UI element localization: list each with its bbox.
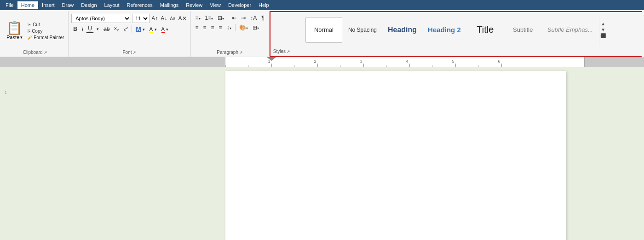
align-right-button[interactable]: ≡ xyxy=(209,23,216,32)
ruler-left-margin xyxy=(0,57,225,67)
styles-label: Styles ↗ xyxy=(273,49,639,55)
clear-formatting-button[interactable]: A✕ xyxy=(178,15,188,22)
styles-group: Normal No Spacing Heading Heading 2 Titl… xyxy=(270,11,642,57)
menu-layout[interactable]: Layout xyxy=(101,1,123,9)
style-subtle-emphasis[interactable]: Subtle Emphas... xyxy=(542,17,598,43)
svg-text:3: 3 xyxy=(360,59,362,64)
font-case-button[interactable]: Aa xyxy=(169,16,176,21)
font-color-button[interactable]: A ▾ xyxy=(160,25,171,33)
underline-button[interactable]: U xyxy=(86,24,94,33)
style-no-spacing[interactable]: No Spacing xyxy=(343,17,382,43)
decrease-indent-button[interactable]: ⇤ xyxy=(230,14,238,22)
menu-draw[interactable]: Draw xyxy=(58,1,78,9)
style-heading2-preview: Heading 2 xyxy=(428,26,461,34)
menu-home[interactable]: Home xyxy=(17,1,38,9)
highlight-icon: A xyxy=(136,27,141,32)
justify-button[interactable]: ≡ xyxy=(217,23,224,32)
superscript-button[interactable]: x2 xyxy=(121,25,130,33)
highlight-color-dropdown-icon[interactable]: ▾ xyxy=(155,27,157,32)
highlight-color-icon: A xyxy=(150,26,153,33)
align-center-button[interactable]: ≡ xyxy=(201,23,208,32)
menu-developer[interactable]: Developer xyxy=(224,1,255,9)
left-margin: 1 xyxy=(0,67,225,240)
strikethrough-button[interactable]: ab xyxy=(102,25,111,33)
document-page[interactable] xyxy=(225,71,566,240)
format-painter-label: Format Painter xyxy=(34,35,64,40)
paste-dropdown-icon[interactable]: ▾ xyxy=(20,35,23,40)
style-title-preview: Title xyxy=(477,24,494,35)
styles-up-icon: ▲ xyxy=(601,21,605,26)
font-expand-icon[interactable]: ↗ xyxy=(132,50,136,55)
increase-indent-button[interactable]: ⇥ xyxy=(239,14,247,22)
shading-button[interactable]: 🎨▾ xyxy=(237,23,250,32)
paste-icon: 📋 xyxy=(6,22,23,35)
line-spacing-button[interactable]: ↕▾ xyxy=(225,23,233,32)
clipboard-small-buttons: ✂ Cut ⎘ Copy 🖌 Format Painter xyxy=(26,22,65,41)
menu-view[interactable]: View xyxy=(206,1,224,9)
copy-button[interactable]: ⎘ Copy xyxy=(26,28,65,34)
menu-bar: File Home Insert Draw Design Layout Refe… xyxy=(0,0,644,10)
style-normal[interactable]: Normal xyxy=(305,17,342,43)
show-formatting-button[interactable]: ¶ xyxy=(259,14,266,22)
menu-insert[interactable]: Insert xyxy=(38,1,58,9)
dropdown-underline-button[interactable]: ▾ xyxy=(95,26,101,32)
menu-mailings[interactable]: Mailings xyxy=(156,1,182,9)
style-title[interactable]: Title xyxy=(467,17,504,43)
style-subtitle-preview: Subtitle xyxy=(513,26,533,33)
ruler-ticks: 1 2 3 4 5 6 xyxy=(225,57,584,67)
highlight-dropdown-icon[interactable]: ▾ xyxy=(143,27,145,32)
numbering-button[interactable]: 1≡▾ xyxy=(203,14,215,22)
style-heading1[interactable]: Heading xyxy=(383,17,422,43)
svg-text:6: 6 xyxy=(498,59,500,64)
styles-content: Normal No Spacing Heading Heading 2 Titl… xyxy=(304,13,609,47)
font-group: Aptos (Body) 11 A↑ A↓ Aa A✕ B I U ▾ ab x… xyxy=(69,11,190,57)
cut-icon: ✂ xyxy=(28,22,31,27)
text-highlight-button[interactable]: A ▾ xyxy=(134,25,147,33)
sort-button[interactable]: ↕A xyxy=(248,14,259,22)
font-row-2: B I U ▾ ab x2 x2 A ▾ A ▾ A ▾ xyxy=(71,24,187,33)
italic-button[interactable]: I xyxy=(80,25,85,33)
clipboard-group: 📋 Paste ▾ ✂ Cut ⎘ Copy 🖌 Format Pa xyxy=(2,11,69,57)
copy-icon: ⎘ xyxy=(28,29,30,34)
style-heading2[interactable]: Heading 2 xyxy=(423,17,466,43)
cut-button[interactable]: ✂ Cut xyxy=(26,22,65,28)
subscript-button[interactable]: x2 xyxy=(112,24,121,33)
align-left-button[interactable]: ≡ xyxy=(194,23,201,32)
font-size-decrease-button[interactable]: A↓ xyxy=(160,15,168,22)
svg-text:1: 1 xyxy=(268,59,270,64)
styles-scroll-up[interactable]: ▲ ▼ ⬛ xyxy=(599,14,607,46)
copy-label: Copy xyxy=(32,29,42,34)
menu-help[interactable]: Help xyxy=(255,1,273,9)
format-painter-icon: 🖌 xyxy=(28,35,32,40)
font-size-select[interactable]: 11 xyxy=(132,14,150,23)
text-cursor xyxy=(244,80,244,87)
menu-design[interactable]: Design xyxy=(77,1,100,9)
menu-file[interactable]: File xyxy=(2,1,17,9)
ruler: 1 2 3 4 5 6 xyxy=(0,57,644,67)
styles-expand-icon: ⬛ xyxy=(600,33,606,38)
font-family-select[interactable]: Aptos (Body) xyxy=(71,14,131,23)
svg-text:4: 4 xyxy=(406,59,408,64)
ribbon: 📋 Paste ▾ ✂ Cut ⎘ Copy 🖌 Format Pa xyxy=(0,10,644,57)
style-subtitle[interactable]: Subtitle xyxy=(505,17,541,43)
text-highlight-color-button[interactable]: A ▾ xyxy=(148,25,159,33)
style-no-spacing-preview: No Spacing xyxy=(348,27,377,33)
clipboard-expand-icon[interactable]: ↗ xyxy=(44,50,47,55)
borders-button[interactable]: ⊞▾ xyxy=(251,23,261,32)
format-painter-button[interactable]: 🖌 Format Painter xyxy=(26,35,65,41)
bold-button[interactable]: B xyxy=(71,25,79,33)
styles-expand-launch-icon[interactable]: ↗ xyxy=(287,49,290,54)
svg-text:2: 2 xyxy=(314,59,316,64)
paste-button[interactable]: 📋 Paste ▾ xyxy=(5,21,24,41)
style-subtle-preview: Subtle Emphas... xyxy=(547,26,593,33)
menu-review[interactable]: Review xyxy=(182,1,206,9)
font-color-dropdown-icon[interactable]: ▾ xyxy=(166,27,168,32)
style-heading1-preview: Heading xyxy=(388,26,417,34)
font-size-increase-button[interactable]: A↑ xyxy=(150,15,159,22)
paragraph-expand-icon[interactable]: ↗ xyxy=(239,50,243,55)
multilevel-list-button[interactable]: ⊟▾ xyxy=(216,14,226,22)
para-row-2: ≡ ≡ ≡ ≡ ↕▾ 🎨▾ ⊞▾ xyxy=(194,23,266,32)
bullets-button[interactable]: ≡▾ xyxy=(194,14,202,22)
font-color-icon: A xyxy=(161,26,165,33)
menu-references[interactable]: References xyxy=(123,1,156,9)
